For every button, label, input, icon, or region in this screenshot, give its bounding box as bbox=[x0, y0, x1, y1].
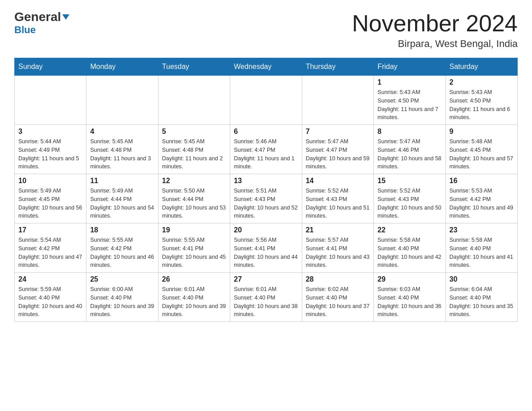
col-sunday: Sunday bbox=[15, 58, 86, 76]
day-number: 7 bbox=[306, 128, 370, 136]
day-number: 12 bbox=[162, 177, 226, 185]
day-number: 18 bbox=[90, 226, 154, 234]
day-number: 3 bbox=[18, 128, 82, 136]
day-info: Sunrise: 6:04 AMSunset: 4:40 PMDaylight:… bbox=[450, 285, 514, 319]
calendar-week-row: 24Sunrise: 5:59 AMSunset: 4:40 PMDayligh… bbox=[15, 273, 518, 322]
day-number: 30 bbox=[450, 275, 514, 283]
day-number: 19 bbox=[162, 226, 226, 234]
day-number: 15 bbox=[378, 177, 442, 185]
table-row: 6Sunrise: 5:46 AMSunset: 4:47 PMDaylight… bbox=[230, 125, 302, 174]
day-number: 6 bbox=[234, 128, 298, 136]
day-number: 8 bbox=[378, 128, 442, 136]
logo: General Blue bbox=[14, 11, 69, 36]
table-row: 17Sunrise: 5:54 AMSunset: 4:42 PMDayligh… bbox=[15, 223, 86, 273]
day-info: Sunrise: 6:02 AMSunset: 4:40 PMDaylight:… bbox=[306, 285, 370, 319]
table-row: 25Sunrise: 6:00 AMSunset: 4:40 PMDayligh… bbox=[86, 273, 158, 322]
table-row: 21Sunrise: 5:57 AMSunset: 4:41 PMDayligh… bbox=[302, 223, 373, 273]
day-number: 17 bbox=[18, 226, 82, 234]
table-row: 16Sunrise: 5:53 AMSunset: 4:42 PMDayligh… bbox=[446, 174, 517, 223]
table-row: 7Sunrise: 5:47 AMSunset: 4:47 PMDaylight… bbox=[302, 125, 373, 174]
table-row bbox=[230, 76, 302, 125]
calendar-week-row: 3Sunrise: 5:44 AMSunset: 4:49 PMDaylight… bbox=[15, 125, 518, 174]
table-row: 26Sunrise: 6:01 AMSunset: 4:40 PMDayligh… bbox=[158, 273, 230, 322]
table-row: 29Sunrise: 6:03 AMSunset: 4:40 PMDayligh… bbox=[374, 273, 446, 322]
table-row: 10Sunrise: 5:49 AMSunset: 4:45 PMDayligh… bbox=[15, 174, 86, 223]
table-row: 18Sunrise: 5:55 AMSunset: 4:42 PMDayligh… bbox=[86, 223, 158, 273]
day-number: 29 bbox=[378, 275, 442, 283]
table-row bbox=[86, 76, 158, 125]
table-row: 30Sunrise: 6:04 AMSunset: 4:40 PMDayligh… bbox=[446, 273, 517, 322]
day-info: Sunrise: 5:47 AMSunset: 4:46 PMDaylight:… bbox=[378, 137, 442, 171]
day-info: Sunrise: 5:55 AMSunset: 4:42 PMDaylight:… bbox=[90, 236, 154, 270]
day-number: 11 bbox=[90, 177, 154, 185]
day-info: Sunrise: 6:01 AMSunset: 4:40 PMDaylight:… bbox=[162, 285, 226, 319]
day-info: Sunrise: 5:46 AMSunset: 4:47 PMDaylight:… bbox=[234, 137, 298, 171]
day-number: 5 bbox=[162, 128, 226, 136]
day-info: Sunrise: 5:53 AMSunset: 4:42 PMDaylight:… bbox=[450, 187, 514, 220]
table-row bbox=[15, 76, 86, 125]
table-row: 8Sunrise: 5:47 AMSunset: 4:46 PMDaylight… bbox=[374, 125, 446, 174]
title-block: November 2024 Birpara, West Bengal, Indi… bbox=[352, 11, 518, 50]
logo-blue-text: Blue bbox=[14, 24, 36, 36]
col-monday: Monday bbox=[86, 58, 158, 76]
day-number: 2 bbox=[450, 78, 514, 86]
day-info: Sunrise: 5:58 AMSunset: 4:40 PMDaylight:… bbox=[450, 236, 514, 270]
day-info: Sunrise: 5:52 AMSunset: 4:43 PMDaylight:… bbox=[378, 187, 442, 220]
day-number: 20 bbox=[234, 226, 298, 234]
col-thursday: Thursday bbox=[302, 58, 373, 76]
table-row: 19Sunrise: 5:55 AMSunset: 4:41 PMDayligh… bbox=[158, 223, 230, 273]
day-info: Sunrise: 5:57 AMSunset: 4:41 PMDaylight:… bbox=[306, 236, 370, 270]
table-row: 14Sunrise: 5:52 AMSunset: 4:43 PMDayligh… bbox=[302, 174, 373, 223]
day-info: Sunrise: 5:45 AMSunset: 4:48 PMDaylight:… bbox=[162, 137, 226, 171]
day-info: Sunrise: 5:47 AMSunset: 4:47 PMDaylight:… bbox=[306, 137, 370, 171]
day-info: Sunrise: 5:48 AMSunset: 4:45 PMDaylight:… bbox=[450, 137, 514, 171]
day-number: 22 bbox=[378, 226, 442, 234]
col-saturday: Saturday bbox=[446, 58, 517, 76]
day-info: Sunrise: 5:51 AMSunset: 4:43 PMDaylight:… bbox=[234, 187, 298, 220]
day-info: Sunrise: 5:50 AMSunset: 4:44 PMDaylight:… bbox=[162, 187, 226, 220]
day-number: 10 bbox=[18, 177, 82, 185]
day-info: Sunrise: 5:43 AMSunset: 4:50 PMDaylight:… bbox=[450, 88, 514, 122]
day-info: Sunrise: 5:45 AMSunset: 4:48 PMDaylight:… bbox=[90, 137, 154, 171]
table-row: 13Sunrise: 5:51 AMSunset: 4:43 PMDayligh… bbox=[230, 174, 302, 223]
table-row: 28Sunrise: 6:02 AMSunset: 4:40 PMDayligh… bbox=[302, 273, 373, 322]
day-number: 14 bbox=[306, 177, 370, 185]
table-row: 3Sunrise: 5:44 AMSunset: 4:49 PMDaylight… bbox=[15, 125, 86, 174]
day-info: Sunrise: 5:44 AMSunset: 4:49 PMDaylight:… bbox=[18, 137, 82, 171]
day-info: Sunrise: 6:03 AMSunset: 4:40 PMDaylight:… bbox=[378, 285, 442, 319]
calendar-week-row: 10Sunrise: 5:49 AMSunset: 4:45 PMDayligh… bbox=[15, 174, 518, 223]
day-number: 23 bbox=[450, 226, 514, 234]
day-number: 13 bbox=[234, 177, 298, 185]
table-row: 1Sunrise: 5:43 AMSunset: 4:50 PMDaylight… bbox=[374, 76, 446, 125]
day-number: 26 bbox=[162, 275, 226, 283]
day-number: 25 bbox=[90, 275, 154, 283]
day-number: 9 bbox=[450, 128, 514, 136]
day-info: Sunrise: 5:49 AMSunset: 4:45 PMDaylight:… bbox=[18, 187, 82, 220]
day-info: Sunrise: 5:59 AMSunset: 4:40 PMDaylight:… bbox=[18, 285, 82, 319]
day-number: 4 bbox=[90, 128, 154, 136]
table-row: 20Sunrise: 5:56 AMSunset: 4:41 PMDayligh… bbox=[230, 223, 302, 273]
table-row: 27Sunrise: 6:01 AMSunset: 4:40 PMDayligh… bbox=[230, 273, 302, 322]
table-row: 22Sunrise: 5:58 AMSunset: 4:40 PMDayligh… bbox=[374, 223, 446, 273]
table-row: 12Sunrise: 5:50 AMSunset: 4:44 PMDayligh… bbox=[158, 174, 230, 223]
day-info: Sunrise: 5:55 AMSunset: 4:41 PMDaylight:… bbox=[162, 236, 226, 270]
table-row: 4Sunrise: 5:45 AMSunset: 4:48 PMDaylight… bbox=[86, 125, 158, 174]
table-row: 2Sunrise: 5:43 AMSunset: 4:50 PMDaylight… bbox=[446, 76, 517, 125]
location-title: Birpara, West Bengal, India bbox=[352, 38, 518, 50]
day-info: Sunrise: 5:52 AMSunset: 4:43 PMDaylight:… bbox=[306, 187, 370, 220]
table-row: 15Sunrise: 5:52 AMSunset: 4:43 PMDayligh… bbox=[374, 174, 446, 223]
calendar-week-row: 17Sunrise: 5:54 AMSunset: 4:42 PMDayligh… bbox=[15, 223, 518, 273]
month-title: November 2024 bbox=[352, 11, 518, 36]
day-number: 28 bbox=[306, 275, 370, 283]
table-row: 24Sunrise: 5:59 AMSunset: 4:40 PMDayligh… bbox=[15, 273, 86, 322]
day-info: Sunrise: 6:01 AMSunset: 4:40 PMDaylight:… bbox=[234, 285, 298, 319]
col-tuesday: Tuesday bbox=[158, 58, 230, 76]
day-number: 16 bbox=[450, 177, 514, 185]
calendar-header-row: Sunday Monday Tuesday Wednesday Thursday… bbox=[15, 58, 518, 76]
table-row: 9Sunrise: 5:48 AMSunset: 4:45 PMDaylight… bbox=[446, 125, 517, 174]
day-info: Sunrise: 5:56 AMSunset: 4:41 PMDaylight:… bbox=[234, 236, 298, 270]
logo-text: General bbox=[14, 11, 69, 23]
day-number: 27 bbox=[234, 275, 298, 283]
table-row: 23Sunrise: 5:58 AMSunset: 4:40 PMDayligh… bbox=[446, 223, 517, 273]
table-row bbox=[302, 76, 373, 125]
